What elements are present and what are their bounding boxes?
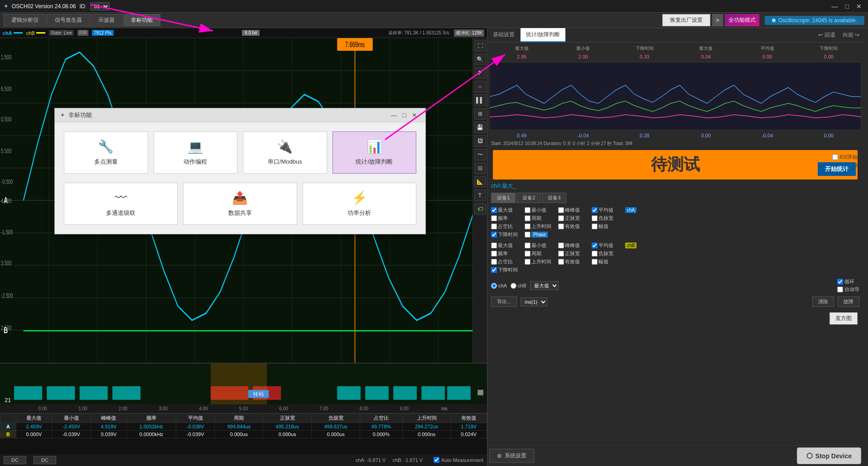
f-btn[interactable]: F xyxy=(474,67,486,79)
full-mode-button[interactable]: 全功能模式 xyxy=(725,14,759,26)
tag-btn[interactable]: 🏷 xyxy=(474,203,486,215)
loop-checkbox[interactable] xyxy=(837,279,843,285)
modal-multi-channel[interactable]: 〰 多通道级联 xyxy=(64,183,178,225)
dc-a-button[interactable]: DC xyxy=(4,456,26,464)
save-btn[interactable]: 💾 xyxy=(474,121,486,133)
system-settings-button[interactable]: ⚙ 系统设置 xyxy=(489,449,534,463)
fullscreen-btn[interactable]: ⛶ xyxy=(474,40,486,52)
auto-guide-checkbox[interactable] xyxy=(837,286,843,292)
check-a-phase[interactable]: Phase xyxy=(525,232,556,238)
auto-measurement[interactable]: Auto Measurement xyxy=(434,457,483,463)
auto-guide-label[interactable]: 自动导 xyxy=(837,286,859,293)
check-a-rms[interactable]: 有效值 xyxy=(558,223,590,230)
check-a-duty[interactable]: 占空比 xyxy=(491,223,523,230)
device-tab-2[interactable]: 设备2 xyxy=(516,193,541,203)
id-select[interactable]: 01 02 xyxy=(90,2,110,10)
maximize-button[interactable]: □ xyxy=(843,3,852,10)
radio-chb[interactable] xyxy=(511,283,516,289)
tab-logic[interactable]: 逻辑分析仪 xyxy=(4,14,46,26)
io2-start-label[interactable]: IO2开始 xyxy=(832,154,858,160)
modal-minimize[interactable]: — xyxy=(388,112,400,119)
wave-btn[interactable]: 〜 xyxy=(474,149,486,160)
io2-checkbox[interactable] xyxy=(832,154,838,160)
modal-multi-measure[interactable]: 🔧 多点测量 xyxy=(64,131,148,174)
device-tab-1[interactable]: 设备1 xyxy=(491,193,516,203)
modal-close[interactable]: ✕ xyxy=(409,112,420,119)
modal-data-share[interactable]: 📤 数据共享 xyxy=(183,183,297,225)
factory-reset-button[interactable]: 恢复出厂设置 xyxy=(662,14,710,26)
device-tab-3[interactable]: 设备3 xyxy=(542,193,566,203)
check-a-rise[interactable]: 上升时间 xyxy=(525,223,556,230)
modal-action-program[interactable]: 💻 动作编程 xyxy=(154,131,238,174)
clear-button[interactable]: 清除 xyxy=(812,296,834,307)
check-b-freq[interactable]: 频率 xyxy=(491,250,523,257)
check-b-rise[interactable]: 上升时间 xyxy=(525,258,556,265)
check-b-pos[interactable]: 正脉宽 xyxy=(558,250,590,257)
check-a-neg[interactable]: 负脉宽 xyxy=(592,215,623,222)
cha-line xyxy=(14,32,23,34)
modal-power-analysis[interactable]: ⚡ 功率分析 xyxy=(303,183,416,225)
table-btn[interactable]: ⊟ xyxy=(474,162,486,174)
stop-device-button[interactable]: ⬡ Stop Device xyxy=(797,447,861,464)
dc-b-button[interactable]: DC xyxy=(34,456,56,464)
minimize-button[interactable]: — xyxy=(829,3,841,10)
loop-check-label[interactable]: 循环 xyxy=(837,278,859,285)
table-row-b: B 0.000V -0.039V 0.039V 0.0000kHz -0.039… xyxy=(0,431,487,438)
check-b-neg[interactable]: 负脉宽 xyxy=(592,250,623,257)
check-a-max[interactable]: 最大值 xyxy=(491,207,523,214)
tab-basic-settings[interactable]: 基础设置 xyxy=(487,28,521,42)
tick-2: 2.00 xyxy=(103,406,143,411)
cursor-btn[interactable]: ↔ xyxy=(474,81,486,92)
check-a-peak[interactable]: 峰峰值 xyxy=(558,207,590,214)
zoom-in-btn[interactable]: 🔍 xyxy=(474,53,486,65)
measure-type-select[interactable]: 最大值 最小值 峰峰值 平均值 xyxy=(530,281,559,290)
check-b-peak[interactable]: 峰峰值 xyxy=(558,242,590,249)
ruler-btn[interactable]: 📐 xyxy=(474,176,486,188)
ms-select[interactable]: ms(1) ms(2) ms(5) xyxy=(521,297,547,306)
forward-button[interactable]: 向前 ↪ xyxy=(839,29,863,41)
stats-chart[interactable] xyxy=(489,62,861,130)
check-b-duty[interactable]: 占空比 xyxy=(491,258,523,265)
modal-serial-modbus[interactable]: 🔌 串口/Modbus xyxy=(243,131,327,174)
radio-cha-label[interactable]: chA xyxy=(491,283,507,289)
auto-meas-checkbox[interactable] xyxy=(434,457,439,463)
tab-custom[interactable]: 非标功能 xyxy=(123,14,160,26)
check-b-min[interactable]: 最小值 xyxy=(525,242,556,249)
histogram-scope-btn[interactable]: ▌▌ xyxy=(474,94,486,106)
check-b-rms[interactable]: 有效值 xyxy=(558,258,590,265)
t-btn[interactable]: T xyxy=(474,189,486,201)
close-button[interactable]: ✕ xyxy=(854,3,864,10)
modal-maximize[interactable]: □ xyxy=(400,112,409,119)
export-button[interactable]: 导出... xyxy=(491,296,517,307)
mini-view[interactable]: 21 转码 xyxy=(0,364,487,404)
check-b-fall[interactable]: 下降时间 xyxy=(491,267,523,273)
svg-text:0.500: 0.500 xyxy=(1,116,12,123)
check-b-max[interactable]: 最大值 xyxy=(491,242,523,249)
modal-stats-fault[interactable]: 📊 统计/故障判断 xyxy=(333,131,417,174)
histogram-button[interactable]: 直方图 xyxy=(829,312,858,325)
fault-button[interactable]: 故障 xyxy=(838,296,859,307)
nonstandard-modal[interactable]: ✦ 非标功能 — □ ✕ 🔧 多点测量 💻 动作编程 🔌 串口/Modbus 📊… xyxy=(54,108,426,234)
check-a-fall[interactable]: 下降时间 xyxy=(491,231,523,238)
check-a-amp[interactable]: 幅值 xyxy=(592,223,623,230)
tab-osc[interactable]: 示波器 xyxy=(91,14,122,26)
check-a-period[interactable]: 周期 xyxy=(525,215,556,222)
radio-chb-label[interactable]: chB xyxy=(511,283,526,289)
check-b-amp[interactable]: 幅值 xyxy=(592,258,623,265)
tab-signal[interactable]: 信号发生器 xyxy=(47,14,90,26)
check-a-freq[interactable]: 频率 xyxy=(491,215,523,222)
back-button[interactable]: ↩ 回退 xyxy=(815,29,839,41)
start-stats-button[interactable]: 开始统计 xyxy=(818,162,856,176)
check-a-avg[interactable]: 平均值 xyxy=(592,207,623,214)
check-a-min[interactable]: 最小值 xyxy=(525,207,556,214)
arrow-button[interactable]: > xyxy=(712,14,723,26)
img-btn[interactable]: 🖼 xyxy=(474,135,486,147)
check-b-avg[interactable]: 平均值 xyxy=(592,242,623,249)
col-avg: 平均值 xyxy=(176,414,215,423)
tab-stats-fault[interactable]: 统计/故障判断 xyxy=(521,28,566,42)
check-b-period[interactable]: 周期 xyxy=(525,250,556,257)
check-a-pos[interactable]: 正脉宽 xyxy=(558,215,590,222)
radio-cha[interactable] xyxy=(491,283,497,289)
grid-btn[interactable]: ⊞ xyxy=(474,108,486,120)
tick-7: 7.00 xyxy=(304,406,344,411)
